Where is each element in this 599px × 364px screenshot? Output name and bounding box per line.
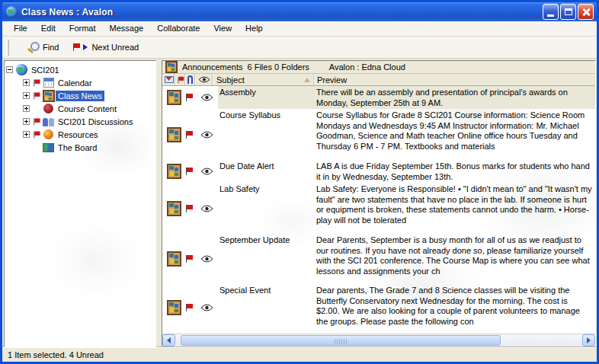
scroll-left-button[interactable] <box>162 334 175 346</box>
bulletin-board-icon <box>165 61 178 73</box>
message-preview: Dear Parents, September is a busy month … <box>313 234 595 284</box>
eye-icon <box>198 76 210 83</box>
expand-icon[interactable] <box>23 92 30 99</box>
bulletin-board-icon <box>43 90 55 102</box>
tree-item-course-content[interactable]: Course Content <box>5 102 155 115</box>
menu-edit[interactable]: Edit <box>34 22 62 35</box>
tree-item-calendar[interactable]: Calendar <box>5 76 155 89</box>
bulletin-board-icon <box>167 300 181 315</box>
course-content-icon <box>43 104 53 113</box>
message-row-due-date-alert[interactable]: Due Date Alert LAB A is due Friday Septe… <box>162 160 595 183</box>
calendar-icon <box>43 78 54 88</box>
tree-item-label: Calendar <box>56 78 94 88</box>
arrow-left-icon <box>167 337 171 343</box>
eye-icon <box>200 205 213 212</box>
menu-collaborate[interactable]: Collaborate <box>150 22 207 35</box>
app-globe-icon <box>6 6 18 18</box>
message-subject: Course Syllabus <box>218 109 313 160</box>
message-row-special-event[interactable]: Special Event Dear parents, The Grade 7 … <box>162 284 595 331</box>
message-subject: Assembly <box>218 86 313 109</box>
tree-item-label: SCI201 Discussions <box>56 117 135 127</box>
message-row-course-syllabus[interactable]: Course Syllabus Course Syllabus for Grad… <box>162 109 595 160</box>
bulletin-board-icon <box>167 164 181 179</box>
message-subject: Special Event <box>218 284 313 331</box>
close-button[interactable] <box>578 4 594 20</box>
expand-icon[interactable] <box>23 79 30 86</box>
resources-icon <box>43 129 53 139</box>
discussions-icon <box>43 117 55 126</box>
scroll-right-button[interactable] <box>582 334 595 346</box>
scrollbar-track[interactable] <box>176 334 581 346</box>
tree-item-label: Course Content <box>56 104 119 114</box>
list-column-header: Subject Preview <box>162 74 595 86</box>
next-unread-button[interactable]: Next Unread <box>67 40 144 54</box>
unread-flag-icon <box>185 303 193 312</box>
scrollbar-thumb[interactable] <box>181 335 501 346</box>
window-title: Class News : Avalon <box>21 7 539 18</box>
paperclip-icon <box>187 75 193 84</box>
subject-header-label: Subject <box>216 75 245 85</box>
expand-icon[interactable] <box>23 105 30 112</box>
conference-globe-icon <box>16 64 27 75</box>
menu-message[interactable]: Message <box>103 22 151 35</box>
bulletin-board-icon <box>167 90 181 105</box>
column-flag[interactable] <box>175 74 185 85</box>
message-preview: Lab Safety: Everyone is Responsible! • "… <box>313 183 595 234</box>
column-subject[interactable]: Subject <box>213 74 314 85</box>
collapse-icon[interactable] <box>6 66 13 73</box>
eye-icon <box>200 131 213 139</box>
file-folder-counts: 6 Files 0 Folders <box>248 62 309 72</box>
status-bar: 1 Item selected. 4 Unread <box>2 347 597 362</box>
message-row-september-update[interactable]: September Update Dear Parents, September… <box>162 234 595 284</box>
preview-header-label: Preview <box>317 75 347 85</box>
maximize-button[interactable] <box>560 4 576 20</box>
tree-item-resources[interactable]: Resources <box>5 128 155 141</box>
title-bar: Class News : Avalon <box>2 2 597 21</box>
find-button[interactable]: Find <box>23 40 64 56</box>
next-arrow-icon <box>83 44 88 50</box>
message-subject: Lab Safety <box>218 183 313 234</box>
column-message-type[interactable] <box>162 74 175 85</box>
unread-flag-icon <box>185 93 193 102</box>
tree-item-class-news[interactable]: Class News <box>5 89 155 102</box>
message-preview: LAB A is due Friday September 15th. Bonu… <box>313 160 595 183</box>
minimize-button[interactable] <box>543 4 559 20</box>
conference-tree-pane: SCI201 Calendar Class News Course Conten… <box>4 60 156 347</box>
toolbar-grip[interactable] <box>6 40 9 56</box>
app-window: Class News : Avalon File Edit Format Mes… <box>0 0 599 364</box>
column-viewed[interactable] <box>195 74 213 85</box>
message-row-assembly[interactable]: Assembly There will be an assembly and p… <box>162 86 595 109</box>
message-pane: Announcements 6 Files 0 Folders Avalon :… <box>162 60 596 347</box>
menu-file[interactable]: File <box>7 22 34 35</box>
unread-flag-icon <box>33 78 40 87</box>
column-preview[interactable]: Preview <box>314 74 595 85</box>
message-subject: Due Date Alert <box>218 160 313 183</box>
search-icon <box>28 42 39 53</box>
eye-icon <box>200 304 213 311</box>
sort-ascending-icon <box>304 78 310 82</box>
conference-info-bar: Announcements 6 Files 0 Folders Avalon :… <box>162 61 595 74</box>
tree-item-the-board[interactable]: The Board <box>5 141 155 154</box>
message-preview: Dear parents, The Grade 7 and 8 Science … <box>313 284 595 331</box>
tree-item-label: Class News <box>56 91 104 101</box>
pane-splitter[interactable] <box>156 60 162 347</box>
bulletin-board-icon <box>167 201 181 216</box>
tree-item-sci201[interactable]: SCI201 <box>5 63 155 76</box>
tree-item-sci201-discussions[interactable]: SCI201 Discussions <box>5 115 155 128</box>
message-row-lab-safety[interactable]: Lab Safety Lab Safety: Everyone is Respo… <box>162 183 595 234</box>
menu-help[interactable]: Help <box>239 22 270 35</box>
column-attachment[interactable] <box>185 74 195 85</box>
expand-icon[interactable] <box>23 118 30 125</box>
unread-flag-icon <box>185 130 193 139</box>
expand-icon[interactable] <box>23 131 30 138</box>
message-preview: Course Syllabus for Grade 8 SCI201 Cours… <box>313 109 595 160</box>
menu-view[interactable]: View <box>207 22 239 35</box>
close-icon <box>581 8 591 17</box>
eye-icon <box>200 255 213 263</box>
tree-item-label: The Board <box>56 142 99 153</box>
menu-format[interactable]: Format <box>62 22 103 35</box>
minimize-icon <box>547 14 554 17</box>
unread-flag-icon <box>72 43 80 52</box>
arrow-right-icon <box>587 337 591 343</box>
message-subject: September Update <box>218 234 313 284</box>
